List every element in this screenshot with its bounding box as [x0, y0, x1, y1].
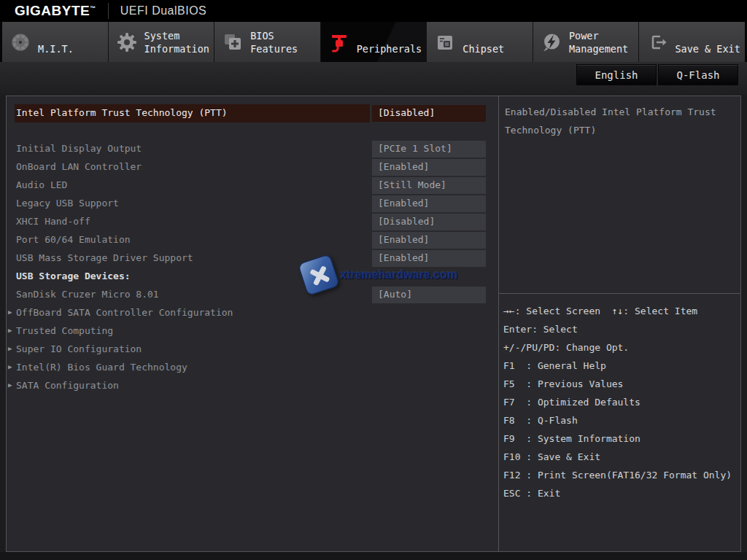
tab-system-information[interactable]: SystemInformation [109, 22, 215, 62]
submenu-offboard-sata[interactable]: ▶ OffBoard SATA Controller Configuration [7, 304, 498, 322]
setting-label: Audio LED [16, 179, 67, 190]
setting-label: USB Storage Devices: [16, 271, 131, 281]
setting-label: Legacy USB Support [16, 198, 119, 209]
setting-row-usb-mass-storage[interactable]: USB Mass Storage Driver Support [Enabled… [7, 249, 498, 268]
setting-value[interactable]: [Enabled] [372, 159, 486, 176]
bios-title: UEFI DualBIOS [120, 4, 207, 18]
gigabyte-logo: GIGABYTE™ [15, 3, 96, 19]
setting-label: OffBoard SATA Controller Configuration [16, 307, 233, 318]
qflash-button[interactable]: Q-Flash [658, 64, 738, 85]
setting-row-port-6064[interactable]: Port 60/64 Emulation [Enabled] [7, 231, 498, 249]
legend-line: F8 : Q-Flash [503, 411, 739, 429]
setting-row-sandisk-cruzer[interactable]: SanDisk Cruzer Micro 8.01 [Auto] [7, 286, 498, 304]
setting-group-usb-storage-devices: USB Storage Devices: [7, 268, 498, 286]
tab-label: Peripherals [357, 42, 422, 55]
setting-row-legacy-usb[interactable]: Legacy USB Support [Enabled] [7, 195, 498, 213]
tab-label: System [144, 29, 209, 42]
tab-label: Power [569, 29, 628, 42]
setting-label: SanDisk Cruzer Micro 8.01 [16, 289, 159, 300]
title-bar: GIGABYTE™ UEFI DualBIOS [0, 0, 747, 22]
legend-line: F12 : Print Screen(FAT16/32 Format Only) [503, 466, 739, 484]
setting-row-initial-display-output[interactable]: Initial Display Output [PCIe 1 Slot] [7, 140, 498, 158]
submenu-arrow-icon: ▶ [8, 327, 12, 334]
setting-label: Intel Platform Trust Technology (PTT) [16, 107, 228, 118]
setting-label: Super IO Configuration [16, 343, 142, 354]
submenu-super-io[interactable]: ▶ Super IO Configuration [7, 341, 498, 359]
bios-chip-icon [222, 31, 244, 53]
key-legend: →←: Select Screen ↑↓: Select Item Enter:… [499, 294, 740, 551]
legend-line: F10 : Save & Exit [503, 448, 739, 466]
setting-row-ptt[interactable]: Intel Platform Trust Technology (PTT) [D… [7, 104, 498, 122]
legend-line: +/-/PU/PD: Change Opt. [503, 338, 739, 357]
power-bolt-icon [541, 31, 562, 53]
tab-peripherals[interactable]: Peripherals [321, 22, 427, 62]
tab-save-exit[interactable]: Save & Exit [639, 22, 745, 62]
setting-value[interactable]: [Still Mode] [372, 177, 486, 194]
tab-power-management[interactable]: PowerManagement [533, 22, 640, 62]
setting-value[interactable]: [Disabled] [372, 214, 486, 230]
submenu-trusted-computing[interactable]: ▶ Trusted Computing [7, 322, 498, 341]
submenu-sata-configuration[interactable]: ▶ SATA Configuration [7, 377, 498, 395]
title-divider [108, 3, 109, 19]
legend-line: F1 : General Help [503, 357, 739, 375]
bottom-strip [0, 552, 747, 560]
setting-label: XHCI Hand-off [16, 216, 90, 227]
setting-row-onboard-lan[interactable]: OnBoard LAN Controller [Enabled] [7, 158, 498, 176]
submenu-arrow-icon: ▶ [8, 381, 12, 389]
toolbar: English Q-Flash [0, 62, 747, 96]
tab-mit[interactable]: M.I.T. [2, 22, 109, 62]
row-spacer [7, 122, 498, 140]
gear-icon [116, 31, 138, 53]
tab-label: Chipset [462, 42, 504, 55]
setting-label: Trusted Computing [16, 325, 113, 336]
main-tab-bar: M.I.T. SystemInformation BIOS [0, 22, 747, 62]
language-button[interactable]: English [576, 64, 657, 85]
tab-label: BIOS [250, 29, 298, 42]
legend-line: F9 : System Information [503, 429, 739, 448]
submenu-arrow-icon: ▶ [8, 345, 12, 352]
submenu-arrow-icon: ▶ [8, 308, 12, 316]
mit-dial-icon [9, 31, 31, 53]
setting-value[interactable]: [Enabled] [372, 195, 486, 212]
setting-row-xhci-handoff[interactable]: XHCI Hand-off [Disabled] [7, 213, 498, 231]
usb-plug-icon [328, 31, 350, 53]
setting-label: USB Mass Storage Driver Support [16, 252, 193, 263]
settings-panel: Intel Platform Trust Technology (PTT) [D… [7, 96, 498, 551]
setting-label: Port 60/64 Emulation [16, 234, 131, 245]
tab-bios-features[interactable]: BIOSFeatures [214, 22, 321, 62]
legend-line: F7 : Optimized Defaults [503, 393, 739, 411]
setting-value[interactable]: [Enabled] [372, 232, 486, 249]
exit-door-icon [646, 31, 668, 53]
setting-label: Initial Display Output [16, 143, 142, 154]
legend-line: Enter: Select [503, 320, 739, 338]
legend-line: ESC : Exit [503, 484, 739, 502]
submenu-bios-guard[interactable]: ▶ Intel(R) Bios Guard Technology [7, 359, 498, 377]
setting-value[interactable]: [Disabled] [372, 105, 486, 122]
setting-value[interactable]: [Enabled] [372, 250, 486, 267]
trademark-symbol: ™ [90, 5, 96, 12]
item-help-text: Enabled/Disabled Intel Platform Trust Te… [499, 96, 740, 294]
setting-label: SATA Configuration [16, 380, 119, 391]
tab-label: Save & Exit [675, 42, 740, 55]
tab-chipset[interactable]: Chipset [427, 22, 533, 62]
setting-value[interactable]: [PCIe 1 Slot] [372, 141, 486, 158]
legend-line: →←: Select Screen ↑↓: Select Item [503, 302, 739, 320]
chipset-icon [434, 31, 456, 53]
bios-screen: GIGABYTE™ UEFI DualBIOS M.I.T. [0, 0, 747, 560]
info-panel: Enabled/Disabled Intel Platform Trust Te… [498, 96, 740, 551]
setting-row-audio-led[interactable]: Audio LED [Still Mode] [7, 176, 498, 195]
content-frame: Intel Platform Trust Technology (PTT) [D… [6, 96, 741, 552]
legend-line: F5 : Previous Values [503, 375, 739, 393]
tab-label: M.I.T. [38, 42, 74, 55]
submenu-arrow-icon: ▶ [8, 363, 12, 370]
setting-label: Intel(R) Bios Guard Technology [16, 362, 187, 373]
setting-value[interactable]: [Auto] [372, 287, 486, 303]
setting-label: OnBoard LAN Controller [16, 161, 142, 172]
